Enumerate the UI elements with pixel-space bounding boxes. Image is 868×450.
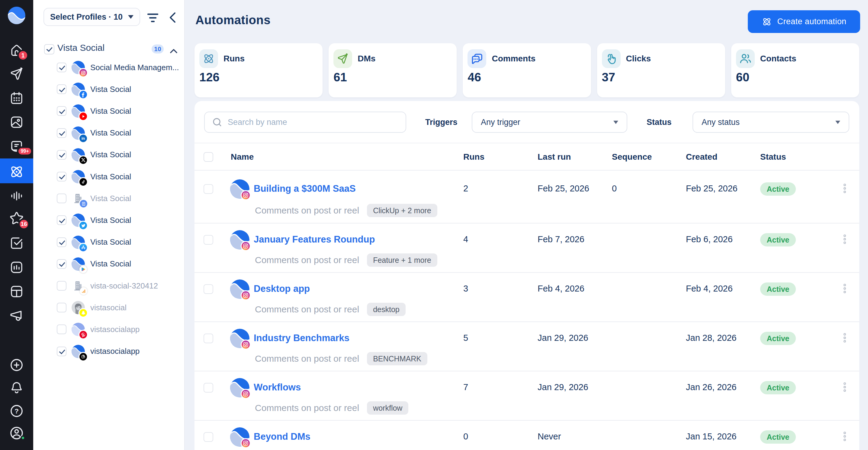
svg-text:?: ? bbox=[14, 407, 19, 415]
